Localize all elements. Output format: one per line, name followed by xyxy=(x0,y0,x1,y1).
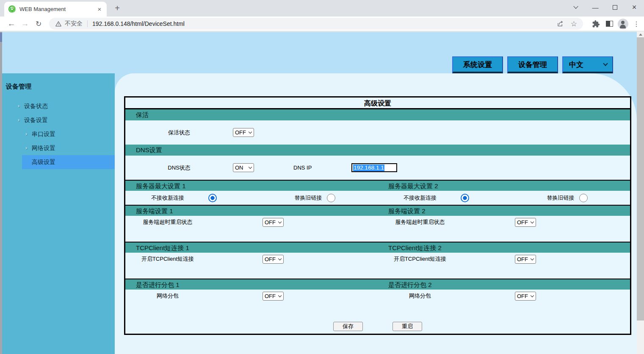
address-divider xyxy=(87,20,88,27)
enable-tcp-short-label-2: 开启TCPClient短连接 xyxy=(378,255,462,263)
enable-tcp-short-select-2[interactable]: OFF xyxy=(515,255,536,264)
server-timeout-restart-label-2: 服务端超时重启状态 xyxy=(378,218,462,226)
browser-toolbar: ← → ↻ 不安全 192.168.0.148/html/DeviceSet.h… xyxy=(0,17,644,31)
chevron-down-icon xyxy=(278,293,282,297)
address-bar[interactable]: 不安全 192.168.0.148/html/DeviceSet.html ☆ xyxy=(49,18,583,30)
keepalive-select[interactable]: OFF xyxy=(233,128,254,137)
restart-button[interactable]: 重启 xyxy=(392,322,422,331)
enable-tcp-short-select-1[interactable]: OFF xyxy=(263,255,284,264)
keepalive-status-label: 保活状态 xyxy=(125,129,233,137)
reload-button[interactable]: ↻ xyxy=(33,20,44,28)
language-value: 中文 xyxy=(569,60,583,70)
server-timeout-restart-select-2[interactable]: OFF xyxy=(515,218,536,227)
url-text[interactable]: 192.168.0.148/html/DeviceSet.html xyxy=(92,20,185,27)
sidebar-item-network-settings[interactable]: › 网络设置 xyxy=(0,141,115,155)
language-select[interactable]: 中文 xyxy=(562,56,613,73)
window-minimize-button[interactable]: — xyxy=(586,0,605,14)
dns-status-select[interactable]: ON xyxy=(233,163,254,172)
site-favicon-icon: R xyxy=(8,6,16,13)
dns-ip-input[interactable]: 192.168.1.1 xyxy=(351,163,397,172)
share-icon[interactable] xyxy=(556,20,564,28)
chevron-down-icon xyxy=(603,61,608,66)
arrow-bullet-icon: › xyxy=(25,127,27,141)
replace-old-link-label-2: 替换旧链接 xyxy=(518,194,603,202)
server-set-2-header: 服务端设置 2 xyxy=(378,206,630,216)
sidebar-title: 设备管理 xyxy=(0,73,115,91)
advanced-settings-table: 高级设置 保活 保活状态 OFF DNS设置 DNS状态 ON xyxy=(124,96,631,335)
network-packet-label-2: 网络分包 xyxy=(378,292,462,300)
sidebar-item-advanced-settings[interactable]: 高级设置 xyxy=(22,155,115,169)
dns-row: DNS状态 ON DNS IP 192.168.1.1 xyxy=(125,156,630,180)
system-settings-button[interactable]: 系统设置 xyxy=(452,56,503,73)
save-button[interactable]: 保存 xyxy=(333,322,363,331)
chevron-down-icon xyxy=(531,293,534,297)
sidebar: 设备管理 › 设备状态 › 设备设置 › 串口设置 › 网络设置 xyxy=(0,73,115,354)
not-secure-warning-icon xyxy=(55,21,62,27)
section-header-packet: 是否进行分包 1 是否进行分包 2 xyxy=(125,279,630,290)
extensions-puzzle-icon[interactable] xyxy=(589,20,603,28)
web-page: 系统设置 设备管理 中文 高级设置 保活 保活状态 OFF DNS设置 xyxy=(0,32,644,354)
dns-ip-label: DNS IP xyxy=(293,164,312,171)
chevron-down-icon xyxy=(249,165,252,169)
scrollbar-thumb[interactable] xyxy=(637,37,644,321)
packet-body: 网络分包 OFF 网络分包 OFF xyxy=(125,290,630,305)
form-button-row: 保存 重启 xyxy=(125,305,630,334)
forward-button[interactable]: → xyxy=(19,19,30,28)
section-header-server-max: 服务器最大设置 1 服务器最大设置 2 xyxy=(125,180,630,191)
profile-avatar[interactable] xyxy=(616,19,630,29)
packet-1-header: 是否进行分包 1 xyxy=(125,279,378,290)
content-panel: 高级设置 保活 保活状态 OFF DNS设置 DNS状态 ON xyxy=(115,73,637,354)
section-header-tcp-client: TCPClient短连接 1 TCPClient短连接 2 xyxy=(125,242,630,253)
server-max-row: 不接收新连接 替换旧链接 不接收新连接 替换旧链接 xyxy=(125,191,630,205)
side-panel-icon[interactable] xyxy=(603,21,616,27)
sidebar-item-label: 设备设置 xyxy=(24,117,48,123)
chevron-down-icon xyxy=(531,256,534,260)
network-packet-select-2[interactable]: OFF xyxy=(515,292,536,301)
replace-old-link-radio-2[interactable] xyxy=(579,194,588,202)
section-header-server-set: 服务端设置 1 服务端设置 2 xyxy=(125,205,630,216)
sidebar-item-label: 设备状态 xyxy=(24,103,48,109)
no-new-connection-label-2: 不接收新连接 xyxy=(378,194,462,202)
no-new-connection-radio-2[interactable] xyxy=(461,194,469,202)
network-packet-select-1[interactable]: OFF xyxy=(263,292,284,301)
device-management-button[interactable]: 设备管理 xyxy=(507,56,558,73)
tab-close-icon[interactable]: × xyxy=(96,6,103,13)
dns-ip-value: 192.168.1.1 xyxy=(353,164,384,171)
server-timeout-restart-label-1: 服务端超时重启状态 xyxy=(125,218,210,226)
window-close-button[interactable]: × xyxy=(625,0,644,14)
chevron-down-icon xyxy=(278,256,282,260)
sidebar-item-device-settings[interactable]: › 设备设置 xyxy=(0,113,115,127)
tcp-client-2-header: TCPClient短连接 2 xyxy=(378,243,630,253)
arrow-bullet-icon: › xyxy=(18,113,19,127)
replace-old-link-label-1: 替换旧链接 xyxy=(266,194,351,202)
tcp-client-body: 开启TCPClient短连接 OFF 开启TCPClient短连接 OFF xyxy=(125,253,630,279)
replace-old-link-radio-1[interactable] xyxy=(327,194,335,202)
chevron-down-icon xyxy=(531,220,534,223)
browser-window: R WEB Management × + — × ← → ↻ 不安全 xyxy=(0,0,644,354)
server-max-2-header: 服务器最大设置 2 xyxy=(378,181,630,191)
back-button[interactable]: ← xyxy=(6,19,17,28)
no-new-connection-radio-1[interactable] xyxy=(208,194,217,202)
chevron-down-icon xyxy=(278,220,282,223)
enable-tcp-short-label-1: 开启TCPClient短连接 xyxy=(125,255,210,263)
sidebar-item-serial-settings[interactable]: › 串口设置 xyxy=(0,127,115,141)
arrow-bullet-icon: › xyxy=(18,99,19,113)
scroll-up-arrow-icon[interactable] xyxy=(637,32,644,37)
new-tab-button[interactable]: + xyxy=(112,3,123,14)
no-new-connection-label-1: 不接收新连接 xyxy=(125,194,210,202)
server-set-body: 服务端超时重启状态 OFF 服务端超时重启状态 OFF xyxy=(125,216,630,242)
security-label[interactable]: 不安全 xyxy=(65,20,83,28)
tab-search-icon[interactable] xyxy=(566,0,586,14)
browser-menu-icon[interactable]: ⋮ xyxy=(630,20,643,28)
window-maximize-button[interactable] xyxy=(605,0,625,14)
server-timeout-restart-select-1[interactable]: OFF xyxy=(263,218,284,227)
section-header-dns: DNS设置 xyxy=(125,145,630,156)
section-header-keepalive: 保活 xyxy=(125,109,630,120)
bookmark-star-icon[interactable]: ☆ xyxy=(571,20,577,28)
tcp-client-1-header: TCPClient短连接 1 xyxy=(125,243,378,253)
server-set-1-header: 服务端设置 1 xyxy=(125,206,378,216)
page-scrollbar[interactable] xyxy=(637,32,644,354)
chevron-down-icon xyxy=(249,130,252,134)
sidebar-item-device-status[interactable]: › 设备状态 xyxy=(0,99,115,113)
browser-tab[interactable]: R WEB Management × xyxy=(4,2,107,17)
